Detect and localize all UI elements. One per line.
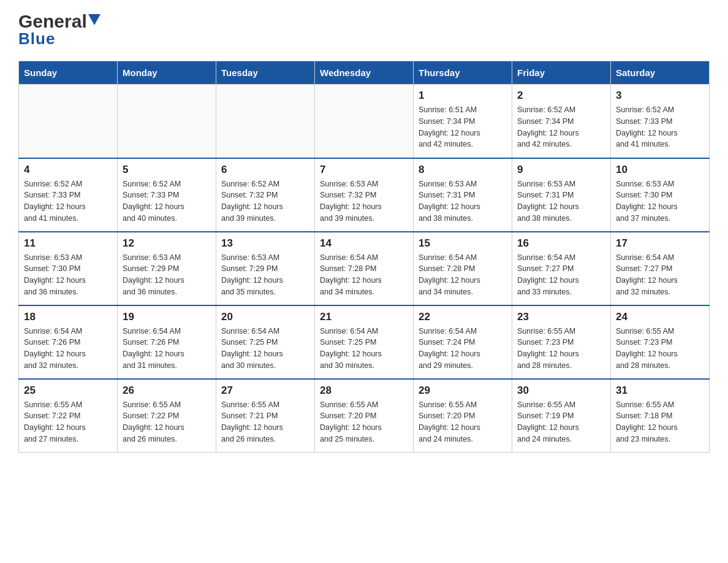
calendar-day-cell	[216, 85, 315, 158]
logo-general: General	[18, 12, 87, 31]
calendar-day-cell: 3Sunrise: 6:52 AM Sunset: 7:33 PM Daylig…	[611, 85, 710, 158]
day-info: Sunrise: 6:54 AM Sunset: 7:27 PM Dayligh…	[517, 252, 605, 298]
calendar-day-cell: 24Sunrise: 6:55 AM Sunset: 7:23 PM Dayli…	[611, 305, 710, 379]
day-info: Sunrise: 6:55 AM Sunset: 7:21 PM Dayligh…	[221, 399, 309, 445]
day-of-week-header: Tuesday	[216, 61, 315, 85]
calendar-day-cell: 5Sunrise: 6:52 AM Sunset: 7:33 PM Daylig…	[118, 158, 216, 232]
calendar-day-cell: 29Sunrise: 6:55 AM Sunset: 7:20 PM Dayli…	[414, 379, 512, 453]
calendar-day-cell: 2Sunrise: 6:52 AM Sunset: 7:34 PM Daylig…	[512, 85, 611, 158]
day-info: Sunrise: 6:54 AM Sunset: 7:25 PM Dayligh…	[320, 326, 408, 372]
day-info: Sunrise: 6:53 AM Sunset: 7:29 PM Dayligh…	[221, 252, 309, 298]
day-info: Sunrise: 6:54 AM Sunset: 7:25 PM Dayligh…	[221, 326, 309, 372]
day-number: 15	[419, 237, 507, 250]
calendar-day-cell: 22Sunrise: 6:54 AM Sunset: 7:24 PM Dayli…	[414, 305, 512, 379]
day-number: 5	[123, 164, 211, 176]
day-info: Sunrise: 6:55 AM Sunset: 7:20 PM Dayligh…	[419, 399, 507, 445]
calendar-day-cell: 27Sunrise: 6:55 AM Sunset: 7:21 PM Dayli…	[216, 379, 315, 453]
day-info: Sunrise: 6:55 AM Sunset: 7:23 PM Dayligh…	[616, 326, 704, 372]
calendar-day-cell: 13Sunrise: 6:53 AM Sunset: 7:29 PM Dayli…	[216, 232, 315, 305]
day-number: 17	[616, 237, 704, 250]
day-number: 18	[24, 311, 112, 323]
day-of-week-header: Wednesday	[315, 61, 414, 85]
day-number: 2	[517, 90, 605, 102]
logo-triangle-icon	[88, 14, 100, 26]
page-header: General Blue	[18, 12, 710, 48]
day-of-week-header: Sunday	[19, 61, 118, 85]
day-number: 6	[221, 164, 309, 176]
day-info: Sunrise: 6:55 AM Sunset: 7:23 PM Dayligh…	[517, 326, 605, 372]
day-info: Sunrise: 6:54 AM Sunset: 7:28 PM Dayligh…	[320, 252, 408, 298]
calendar-day-cell	[19, 85, 118, 158]
day-number: 19	[123, 311, 211, 323]
calendar-day-cell: 20Sunrise: 6:54 AM Sunset: 7:25 PM Dayli…	[216, 305, 315, 379]
day-info: Sunrise: 6:51 AM Sunset: 7:34 PM Dayligh…	[419, 104, 507, 150]
calendar-day-cell	[315, 85, 414, 158]
logo-top: General	[18, 12, 100, 31]
calendar-day-cell: 8Sunrise: 6:53 AM Sunset: 7:31 PM Daylig…	[414, 158, 512, 232]
day-of-week-header: Thursday	[414, 61, 512, 85]
calendar-day-cell: 30Sunrise: 6:55 AM Sunset: 7:19 PM Dayli…	[512, 379, 611, 453]
day-number: 1	[419, 90, 507, 102]
day-number: 9	[517, 164, 605, 176]
day-number: 8	[419, 164, 507, 176]
day-number: 10	[616, 164, 704, 176]
calendar-day-cell: 31Sunrise: 6:55 AM Sunset: 7:18 PM Dayli…	[611, 379, 710, 453]
day-number: 24	[616, 311, 704, 323]
day-number: 23	[517, 311, 605, 323]
day-info: Sunrise: 6:54 AM Sunset: 7:28 PM Dayligh…	[419, 252, 507, 298]
day-number: 25	[24, 385, 112, 397]
day-info: Sunrise: 6:53 AM Sunset: 7:29 PM Dayligh…	[123, 252, 211, 298]
calendar-day-cell: 19Sunrise: 6:54 AM Sunset: 7:26 PM Dayli…	[118, 305, 216, 379]
day-info: Sunrise: 6:54 AM Sunset: 7:27 PM Dayligh…	[616, 252, 704, 298]
day-number: 14	[320, 237, 408, 250]
calendar-day-cell: 14Sunrise: 6:54 AM Sunset: 7:28 PM Dayli…	[315, 232, 414, 305]
calendar-week-row: 25Sunrise: 6:55 AM Sunset: 7:22 PM Dayli…	[19, 379, 710, 453]
calendar-day-cell: 11Sunrise: 6:53 AM Sunset: 7:30 PM Dayli…	[19, 232, 118, 305]
day-info: Sunrise: 6:55 AM Sunset: 7:20 PM Dayligh…	[320, 399, 408, 445]
calendar-table: SundayMondayTuesdayWednesdayThursdayFrid…	[18, 61, 710, 453]
day-info: Sunrise: 6:53 AM Sunset: 7:31 PM Dayligh…	[517, 178, 605, 224]
calendar-day-cell: 1Sunrise: 6:51 AM Sunset: 7:34 PM Daylig…	[414, 85, 512, 158]
day-number: 27	[221, 385, 309, 397]
day-number: 29	[419, 385, 507, 397]
calendar-day-cell: 7Sunrise: 6:53 AM Sunset: 7:32 PM Daylig…	[315, 158, 414, 232]
calendar-day-cell: 10Sunrise: 6:53 AM Sunset: 7:30 PM Dayli…	[611, 158, 710, 232]
day-number: 4	[24, 164, 112, 176]
logo: General Blue	[18, 12, 100, 48]
day-info: Sunrise: 6:55 AM Sunset: 7:19 PM Dayligh…	[517, 399, 605, 445]
day-of-week-header: Monday	[118, 61, 216, 85]
calendar-day-cell	[118, 85, 216, 158]
calendar-day-cell: 15Sunrise: 6:54 AM Sunset: 7:28 PM Dayli…	[414, 232, 512, 305]
day-info: Sunrise: 6:53 AM Sunset: 7:30 PM Dayligh…	[24, 252, 112, 298]
calendar-week-row: 4Sunrise: 6:52 AM Sunset: 7:33 PM Daylig…	[19, 158, 710, 232]
calendar-day-cell: 25Sunrise: 6:55 AM Sunset: 7:22 PM Dayli…	[19, 379, 118, 453]
day-of-week-header: Friday	[512, 61, 611, 85]
calendar-day-cell: 21Sunrise: 6:54 AM Sunset: 7:25 PM Dayli…	[315, 305, 414, 379]
calendar-header-row: SundayMondayTuesdayWednesdayThursdayFrid…	[19, 61, 710, 85]
day-info: Sunrise: 6:52 AM Sunset: 7:33 PM Dayligh…	[123, 178, 211, 224]
day-number: 12	[123, 237, 211, 250]
day-number: 26	[123, 385, 211, 397]
day-info: Sunrise: 6:52 AM Sunset: 7:34 PM Dayligh…	[517, 104, 605, 150]
svg-marker-0	[88, 14, 100, 25]
logo-blue: Blue	[18, 29, 55, 48]
calendar-week-row: 1Sunrise: 6:51 AM Sunset: 7:34 PM Daylig…	[19, 85, 710, 158]
calendar-day-cell: 26Sunrise: 6:55 AM Sunset: 7:22 PM Dayli…	[118, 379, 216, 453]
day-info: Sunrise: 6:52 AM Sunset: 7:33 PM Dayligh…	[24, 178, 112, 224]
calendar-day-cell: 17Sunrise: 6:54 AM Sunset: 7:27 PM Dayli…	[611, 232, 710, 305]
calendar-day-cell: 4Sunrise: 6:52 AM Sunset: 7:33 PM Daylig…	[19, 158, 118, 232]
day-info: Sunrise: 6:54 AM Sunset: 7:26 PM Dayligh…	[24, 326, 112, 372]
day-number: 30	[517, 385, 605, 397]
day-info: Sunrise: 6:55 AM Sunset: 7:22 PM Dayligh…	[123, 399, 211, 445]
calendar-week-row: 11Sunrise: 6:53 AM Sunset: 7:30 PM Dayli…	[19, 232, 710, 305]
day-number: 31	[616, 385, 704, 397]
day-info: Sunrise: 6:53 AM Sunset: 7:32 PM Dayligh…	[320, 178, 408, 224]
calendar-week-row: 18Sunrise: 6:54 AM Sunset: 7:26 PM Dayli…	[19, 305, 710, 379]
day-info: Sunrise: 6:52 AM Sunset: 7:33 PM Dayligh…	[616, 104, 704, 150]
calendar-day-cell: 9Sunrise: 6:53 AM Sunset: 7:31 PM Daylig…	[512, 158, 611, 232]
day-info: Sunrise: 6:55 AM Sunset: 7:22 PM Dayligh…	[24, 399, 112, 445]
day-number: 13	[221, 237, 309, 250]
calendar-day-cell: 18Sunrise: 6:54 AM Sunset: 7:26 PM Dayli…	[19, 305, 118, 379]
calendar-day-cell: 6Sunrise: 6:52 AM Sunset: 7:32 PM Daylig…	[216, 158, 315, 232]
day-info: Sunrise: 6:55 AM Sunset: 7:18 PM Dayligh…	[616, 399, 704, 445]
